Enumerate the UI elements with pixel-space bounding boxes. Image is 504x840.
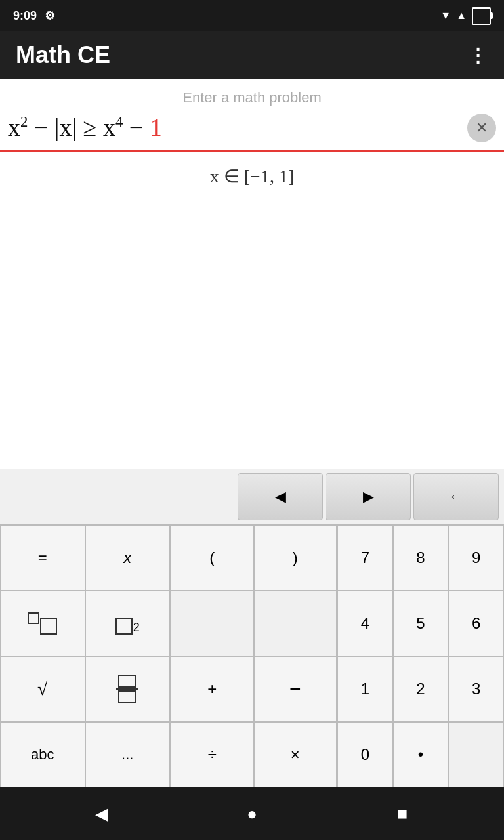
multiply-button[interactable]: × bbox=[254, 722, 337, 788]
abc-button[interactable]: abc bbox=[0, 722, 85, 788]
overflow-menu-button[interactable]: ⋮ bbox=[469, 45, 488, 66]
sqrt-button[interactable]: √ bbox=[0, 656, 85, 722]
right-arrow-button[interactable]: ▶ bbox=[326, 473, 411, 520]
placeholder-text: Enter a math problem bbox=[0, 89, 504, 106]
result-area: x ∈ [−1, 1] bbox=[0, 152, 504, 194]
mid-empty-1 bbox=[171, 591, 254, 656]
clear-button[interactable]: ✕ bbox=[467, 114, 496, 142]
input-area: Enter a math problem x2 − |x| ≥ x4 − 1 ✕ bbox=[0, 79, 504, 152]
settings-icon: ⚙ bbox=[45, 9, 55, 23]
power-button[interactable] bbox=[0, 591, 85, 656]
spacer bbox=[0, 194, 504, 469]
status-right: ▼ ▲ bbox=[440, 7, 491, 25]
open-paren-button[interactable]: ( bbox=[171, 525, 254, 591]
left-arrow-button[interactable]: ◀ bbox=[238, 473, 323, 520]
divide-button[interactable]: ÷ bbox=[171, 722, 254, 788]
recent-nav-button[interactable]: ■ bbox=[383, 794, 422, 833]
fraction-button[interactable] bbox=[85, 656, 171, 722]
close-paren-button[interactable]: ) bbox=[254, 525, 337, 591]
plus-button[interactable]: + bbox=[171, 656, 254, 722]
app-bar: Math CE ⋮ bbox=[0, 32, 504, 79]
app-title: Math CE bbox=[16, 41, 110, 69]
backspace-button[interactable]: ← bbox=[413, 473, 499, 520]
status-left: 9:09 ⚙ bbox=[13, 9, 55, 23]
nav-row: ◀ ▶ ← bbox=[0, 469, 504, 524]
digit-6-button[interactable]: 6 bbox=[448, 591, 504, 656]
digit-2-button[interactable]: 2 bbox=[393, 656, 449, 722]
status-bar: 9:09 ⚙ ▼ ▲ bbox=[0, 0, 504, 32]
bottom-nav: ◀ ● ■ bbox=[0, 788, 504, 840]
math-expression: x2 − |x| ≥ x4 − 1 bbox=[8, 112, 462, 144]
mid-empty-2 bbox=[254, 591, 337, 656]
right-panel: 7 8 9 4 5 6 1 2 3 0 • bbox=[337, 525, 504, 788]
digit-7-button[interactable]: 7 bbox=[337, 525, 393, 591]
digit-0-button[interactable]: 0 bbox=[337, 722, 393, 788]
more-button[interactable]: ... bbox=[85, 722, 171, 788]
digit-8-button[interactable]: 8 bbox=[393, 525, 449, 591]
variable-x-button[interactable]: x bbox=[85, 525, 171, 591]
digit-9-button[interactable]: 9 bbox=[448, 525, 504, 591]
signal-icon: ▲ bbox=[456, 10, 467, 22]
right-empty bbox=[448, 722, 504, 788]
digit-5-button[interactable]: 5 bbox=[393, 591, 449, 656]
keyboard-section: ◀ ▶ ← = x bbox=[0, 469, 504, 788]
wifi-icon: ▼ bbox=[440, 10, 451, 22]
battery-icon bbox=[472, 7, 491, 25]
minus-button[interactable]: − bbox=[254, 656, 337, 722]
home-nav-button[interactable]: ● bbox=[232, 794, 272, 833]
left-panel: = x 2 √ bbox=[0, 525, 171, 788]
digit-1-button[interactable]: 1 bbox=[337, 656, 393, 722]
status-time: 9:09 bbox=[13, 9, 37, 23]
result-text: x ∈ [−1, 1] bbox=[210, 166, 294, 186]
digit-3-button[interactable]: 3 bbox=[448, 656, 504, 722]
expression-row[interactable]: x2 − |x| ≥ x4 − 1 ✕ bbox=[0, 112, 504, 152]
mid-panel: ( ) + − ÷ × bbox=[171, 525, 337, 788]
calc-grid: = x 2 √ bbox=[0, 524, 504, 788]
decimal-button[interactable]: • bbox=[393, 722, 449, 788]
square-button[interactable]: 2 bbox=[85, 591, 171, 656]
back-nav-button[interactable]: ◀ bbox=[82, 794, 121, 833]
digit-4-button[interactable]: 4 bbox=[337, 591, 393, 656]
equals-button[interactable]: = bbox=[0, 525, 85, 591]
